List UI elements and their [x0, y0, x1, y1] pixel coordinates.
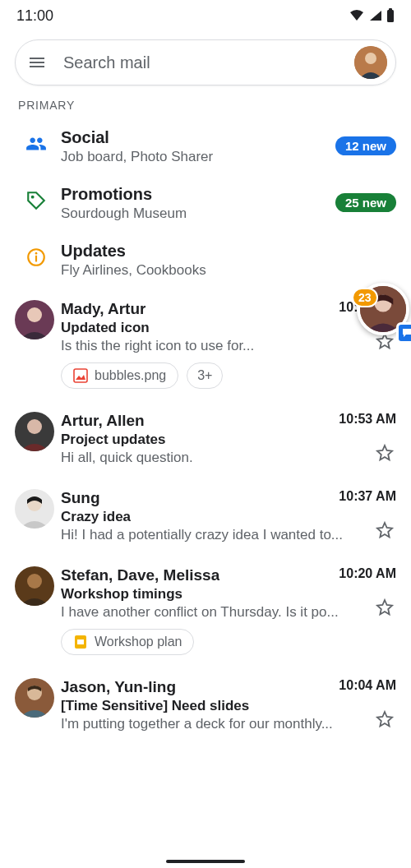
- tag-icon: [15, 185, 58, 211]
- badge-new: 25 new: [335, 193, 396, 212]
- email-snippet: I have another conflict on Thursday. Is …: [61, 604, 396, 621]
- star-icon[interactable]: [375, 709, 395, 729]
- search-bar-container: Search mail: [0, 26, 411, 94]
- cell-signal-icon: [368, 9, 383, 22]
- email-subject: [Time Sensitive] Need slides: [61, 698, 396, 714]
- svg-rect-6: [35, 256, 37, 262]
- chat-app-icon: [396, 322, 411, 344]
- home-indicator[interactable]: [166, 860, 245, 863]
- svg-rect-9: [74, 369, 87, 382]
- image-icon: [73, 368, 88, 383]
- email-sender: Sung: [61, 489, 100, 507]
- email-time: 10:20 AM: [339, 566, 396, 581]
- email-row[interactable]: Mady, Artur 10:55 AM Updated icon Is thi…: [0, 289, 411, 400]
- status-icons: [347, 8, 395, 23]
- search-bar[interactable]: Search mail: [15, 39, 396, 85]
- inbox-list: Social Job board, Photo Sharer 12 new Pr…: [0, 118, 411, 744]
- email-row[interactable]: Sung 10:37 AM Crazy idea Hi! I had a pot…: [0, 478, 411, 555]
- category-title: Social: [61, 128, 329, 147]
- status-bar: 11:00: [0, 0, 411, 26]
- star-icon[interactable]: [375, 443, 395, 463]
- svg-point-3: [365, 53, 376, 64]
- email-row[interactable]: Stefan, Dave, Melissa 10:20 AM Workshop …: [0, 555, 411, 667]
- svg-point-7: [35, 252, 38, 255]
- svg-point-10: [27, 419, 42, 434]
- slides-icon: [73, 635, 88, 649]
- attachment-chip[interactable]: Workshop plan: [61, 629, 194, 655]
- chat-head-badge: 23: [352, 288, 378, 307]
- sender-avatar: [15, 300, 58, 339]
- attachment-more-chip[interactable]: 3+: [187, 362, 223, 389]
- section-label: PRIMARY: [0, 94, 411, 118]
- people-icon: [15, 128, 58, 155]
- category-subtitle: Sourdough Museum: [61, 205, 329, 222]
- star-icon[interactable]: [375, 520, 395, 540]
- account-avatar[interactable]: [354, 46, 387, 79]
- email-snippet: Hi! I had a potentially crazy idea I wan…: [61, 527, 396, 543]
- category-social[interactable]: Social Job board, Photo Sharer 12 new: [0, 118, 411, 175]
- email-snippet: Is this the right icon to use for...: [61, 338, 396, 354]
- svg-point-4: [31, 196, 35, 199]
- email-subject: Updated icon: [61, 320, 396, 336]
- chip-label: 3+: [197, 368, 212, 383]
- chat-head[interactable]: 23: [357, 283, 411, 342]
- category-updates[interactable]: Updates Fly Airlines, Cookbooks: [0, 232, 411, 289]
- badge-new: 12 new: [335, 136, 396, 155]
- email-time: 10:04 AM: [339, 678, 396, 693]
- search-input[interactable]: Search mail: [63, 53, 354, 72]
- email-snippet: Hi all, quick question.: [61, 450, 396, 466]
- email-row[interactable]: Artur, Allen 10:53 AM Project updates Hi…: [0, 400, 411, 478]
- category-promotions[interactable]: Promotions Sourdough Museum 25 new: [0, 175, 411, 232]
- email-row[interactable]: Jason, Yun-ling 10:04 AM [Time Sensitive…: [0, 667, 411, 744]
- svg-point-8: [27, 307, 42, 322]
- star-icon[interactable]: [375, 598, 395, 617]
- email-subject: Workshop timings: [61, 586, 396, 603]
- info-icon: [15, 242, 58, 268]
- svg-point-12: [27, 574, 42, 589]
- category-title: Updates: [61, 242, 396, 261]
- svg-rect-1: [389, 8, 392, 11]
- attachment-chip[interactable]: bubbles.png: [61, 362, 178, 389]
- menu-icon[interactable]: [27, 53, 47, 72]
- category-subtitle: Job board, Photo Sharer: [61, 149, 329, 165]
- category-title: Promotions: [61, 185, 329, 204]
- email-snippet: I'm putting together a deck for our mont…: [61, 716, 396, 732]
- email-sender: Stefan, Dave, Melissa: [61, 566, 219, 584]
- email-time: 10:53 AM: [339, 412, 396, 427]
- email-time: 10:37 AM: [339, 489, 396, 504]
- sender-avatar: [15, 678, 58, 718]
- wifi-icon: [349, 9, 365, 22]
- battery-icon: [386, 8, 395, 23]
- svg-rect-14: [77, 639, 84, 644]
- email-sender: Mady, Artur: [61, 300, 145, 318]
- status-time: 11:00: [16, 7, 53, 25]
- email-sender: Artur, Allen: [61, 412, 145, 430]
- sender-avatar: [15, 489, 58, 529]
- sender-avatar: [15, 412, 58, 451]
- category-subtitle: Fly Airlines, Cookbooks: [61, 262, 396, 279]
- email-sender: Jason, Yun-ling: [61, 678, 176, 696]
- email-subject: Project updates: [61, 432, 396, 448]
- sender-avatar: [15, 566, 58, 606]
- email-subject: Crazy idea: [61, 509, 396, 525]
- chip-label: Workshop plan: [95, 635, 182, 649]
- chip-label: bubbles.png: [95, 368, 166, 383]
- svg-rect-0: [387, 10, 394, 22]
